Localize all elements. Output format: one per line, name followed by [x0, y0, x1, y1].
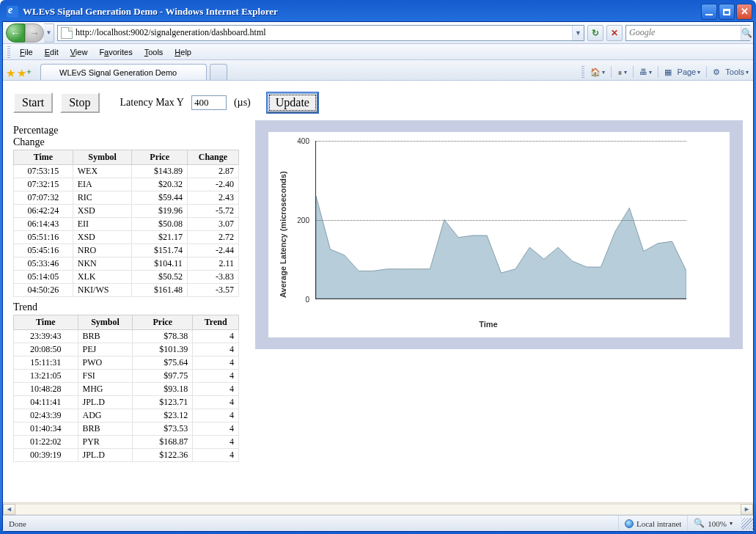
cell-price: $122.36 — [133, 449, 193, 462]
address-bar[interactable]: ▼ — [57, 25, 584, 41]
security-zone[interactable]: Local intranet — [618, 516, 687, 531]
add-favorite-icon[interactable]: ★＋ — [17, 67, 33, 80]
menu-favorites[interactable]: Favorites — [94, 46, 137, 58]
history-dropdown[interactable]: ▼ — [44, 23, 54, 43]
window-title: WLEvS Signal Generation Demo - Windows I… — [23, 2, 701, 21]
stop-button[interactable]: ✕ — [606, 25, 623, 41]
cell-price: $50.08 — [132, 218, 187, 231]
cell-trend: 4 — [193, 343, 239, 356]
cell-symbol: NRO — [73, 244, 132, 257]
refresh-button[interactable]: ↻ — [587, 25, 603, 41]
scroll-right-button[interactable]: ► — [741, 504, 753, 515]
page-menu[interactable]: ▦ Page▾ — [663, 67, 702, 78]
address-input[interactable] — [76, 26, 572, 40]
chart-ylabel: Average Latency (microseconds) — [276, 141, 290, 329]
cell-price: $151.74 — [132, 244, 187, 257]
tab-active[interactable]: WLEvS Signal Generation Demo — [40, 64, 207, 80]
ie-icon — [45, 67, 56, 78]
cell-price: $161.48 — [132, 284, 187, 297]
cell-change: -2.40 — [187, 178, 238, 191]
cell-price: $93.18 — [133, 383, 193, 396]
cell-trend: 4 — [193, 330, 239, 343]
cell-time: 07:32:15 — [14, 178, 73, 191]
cell-price: $101.39 — [133, 343, 193, 356]
menu-edit[interactable]: Edit — [40, 46, 64, 58]
table-row: 05:45:16NRO$151.74-2.44 — [14, 244, 239, 257]
grip-icon — [581, 66, 584, 78]
maximize-button[interactable] — [719, 4, 735, 20]
table-row: 06:14:43EII$50.083.07 — [14, 218, 239, 231]
col-trend: Trend — [193, 315, 239, 330]
cell-symbol: XSD — [73, 231, 132, 244]
cell-symbol: MHG — [78, 383, 133, 396]
cell-price: $73.53 — [133, 423, 193, 436]
cell-time: 05:33:46 — [14, 257, 73, 271]
latency-input[interactable] — [191, 95, 227, 110]
status-bar: Done Local intranet 🔍 100% ▾ — [3, 515, 753, 531]
menu-help[interactable]: Help — [169, 46, 197, 58]
latency-label: Latency Max Y — [120, 97, 184, 109]
cell-time: 05:14:05 — [14, 271, 73, 284]
cell-change: 3.07 — [187, 218, 238, 231]
resize-grip[interactable] — [741, 518, 753, 530]
cell-time: 04:50:26 — [14, 284, 73, 297]
cell-symbol: WEX — [73, 165, 132, 178]
scroll-left-button[interactable]: ◄ — [3, 504, 15, 515]
search-icon[interactable]: 🔍 — [741, 26, 752, 40]
address-dropdown[interactable]: ▼ — [572, 26, 584, 40]
tools-menu[interactable]: ⚙ Tools▾ — [711, 67, 750, 78]
cell-price: $104.11 — [132, 257, 187, 271]
table-row: 20:08:50PEJ$101.394 — [14, 343, 239, 356]
ie-icon — [7, 6, 18, 18]
cell-symbol: BRB — [78, 423, 133, 436]
cell-symbol: NKN — [73, 257, 132, 271]
feeds-button[interactable]: ∎▾ — [616, 67, 628, 78]
page-icon: ▦ — [664, 67, 672, 77]
col-price: Price — [133, 315, 193, 330]
cell-price: $23.12 — [133, 409, 193, 423]
cell-time: 23:39:43 — [14, 330, 78, 343]
table-row: 13:21:05FSI$97.754 — [14, 370, 239, 383]
zone-icon — [625, 519, 634, 528]
menu-view[interactable]: View — [65, 46, 93, 58]
print-icon: 🖶 — [639, 67, 647, 76]
cell-price: $19.96 — [132, 205, 187, 218]
table-row: 05:14:05XLK$50.52-3.83 — [14, 271, 239, 284]
cell-trend: 4 — [193, 396, 239, 409]
percentage-title1: Percentage — [13, 125, 239, 136]
cell-trend: 4 — [193, 383, 239, 396]
cell-time: 06:42:24 — [14, 205, 73, 218]
favorites-icon[interactable]: ★ — [6, 67, 15, 80]
zoom-control[interactable]: 🔍 100% ▾ — [687, 516, 738, 531]
search-box[interactable]: 🔍 — [625, 25, 750, 41]
home-button[interactable]: 🏠▾ — [589, 67, 606, 78]
back-button[interactable]: ← — [6, 23, 25, 43]
zoom-icon: 🔍 — [694, 518, 705, 529]
search-input[interactable] — [626, 26, 741, 40]
scroll-track[interactable] — [15, 504, 741, 515]
menu-file[interactable]: File — [15, 46, 38, 58]
cell-symbol: EIA — [73, 178, 132, 191]
grip-icon — [7, 46, 10, 58]
cell-symbol: EII — [73, 218, 132, 231]
percentage-change-table: Time Symbol Price Change 07:53:15WEX$143… — [13, 150, 239, 297]
table-row: 05:33:46NKN$104.112.11 — [14, 257, 239, 271]
menu-tools[interactable]: Tools — [139, 46, 169, 58]
cell-trend: 4 — [193, 436, 239, 449]
print-button[interactable]: 🖶▾ — [638, 67, 653, 77]
cell-change: -5.72 — [187, 205, 238, 218]
titlebar[interactable]: WLEvS Signal Generation Demo - Windows I… — [2, 2, 754, 21]
cell-price: $123.71 — [133, 396, 193, 409]
chart-panel: Average Latency (microseconds) 0200400 T… — [255, 120, 743, 349]
minimize-button[interactable] — [701, 4, 717, 20]
new-tab-button[interactable] — [210, 64, 227, 80]
latency-unit: (µs) — [234, 97, 251, 109]
cell-change: 2.72 — [187, 231, 238, 244]
stop-dashboard-button[interactable]: Stop — [60, 92, 99, 113]
horizontal-scrollbar[interactable]: ◄ ► — [3, 502, 753, 515]
start-button[interactable]: Start — [13, 92, 53, 113]
update-button[interactable]: Update — [267, 92, 318, 113]
close-button[interactable]: ✕ — [736, 4, 752, 20]
page-viewport: Start Stop Latency Max Y (µs) Update Per… — [3, 81, 753, 502]
forward-button[interactable]: → — [25, 23, 44, 43]
